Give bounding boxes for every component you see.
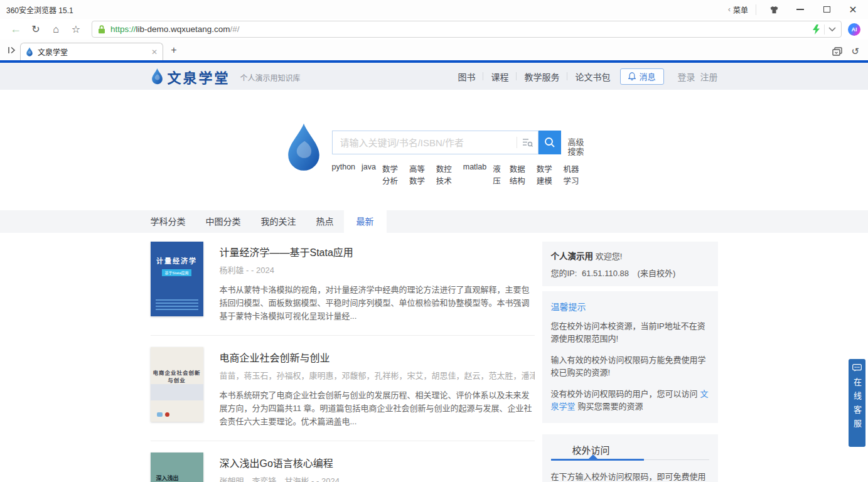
scan-search-mode-icon[interactable] bbox=[522, 138, 533, 147]
hot-keyword[interactable]: 数学分析 bbox=[382, 163, 403, 186]
browser-titlebar: 360安全浏览器 15.1 ‹ 菜单 ✕ bbox=[0, 0, 868, 19]
hot-keyword[interactable]: java bbox=[362, 163, 376, 186]
tab-subject-category[interactable]: 学科分类 bbox=[151, 210, 196, 233]
close-button[interactable]: ✕ bbox=[844, 3, 862, 16]
hot-keywords: python java 数学分析 高等数学 数控技术 matlab 液压 数据结… bbox=[332, 163, 584, 186]
search-section: 高级 搜索 python java 数学分析 高等数学 数控技术 matlab … bbox=[0, 120, 868, 186]
book-row[interactable]: 电商企业社会创新与创业 电商企业社会创新与创业 苗苗，蒋玉石，孙福权，康明惠，邓… bbox=[151, 347, 535, 441]
url-host: lib-demo.wqxuetang.com bbox=[136, 24, 230, 34]
browser-tab-active[interactable]: 文泉学堂 ✕ bbox=[20, 43, 163, 60]
search-button[interactable] bbox=[538, 131, 561, 154]
nav-item-books[interactable]: 图书 bbox=[458, 70, 475, 83]
chevron-left-icon: ‹ bbox=[728, 5, 731, 14]
messages-label: 消息 bbox=[639, 70, 655, 82]
hot-keyword[interactable]: matlab bbox=[463, 163, 487, 186]
book-row[interactable]: 深入浅出 Go语言核心编程 深入浅出Go语言核心编程 张朝明、李奕锋、甘海彬 -… bbox=[151, 453, 535, 482]
nav-item-paper-bag[interactable]: 论文书包 bbox=[575, 70, 610, 83]
url-text: https://lib-demo.wqxuetang.com/#/ bbox=[110, 24, 812, 34]
site-header: 文泉学堂 个人演示用知识库 图书 课程 教学服务 论文书包 消息 bbox=[0, 63, 868, 90]
browser-tabbar: 文泉学堂 ✕ + ↺ bbox=[0, 40, 868, 60]
campus-access-desc: 在下方输入校外访问权限码，即可免费使用学校已购买的资源。 bbox=[551, 471, 709, 482]
login-link[interactable]: 登录 bbox=[678, 70, 695, 83]
site-logo-large-drop-icon bbox=[284, 122, 323, 172]
advanced-search-link[interactable]: 高级 搜索 bbox=[567, 137, 584, 156]
tips-title: 温馨提示 bbox=[551, 300, 709, 313]
tab-favicon-drop-icon bbox=[26, 47, 33, 56]
site-slogan: 个人演示用知识库 bbox=[240, 72, 301, 83]
book-cover[interactable]: 电商企业社会创新与创业 bbox=[151, 347, 203, 422]
ip-value: 61.51.110.88 bbox=[582, 269, 629, 278]
hot-keyword[interactable]: python bbox=[332, 163, 356, 186]
register-link[interactable]: 注册 bbox=[700, 70, 718, 83]
browser-toolbar: ← ↻ ⌂ ☆ https://lib-demo.wqxuetang.com/#… bbox=[0, 19, 868, 40]
nav-item-teaching-service[interactable]: 教学服务 bbox=[524, 70, 559, 83]
main-content: 计量经济学 基于Stata应用 计量经济学——基于Stata应用 杨利雄 - -… bbox=[0, 242, 868, 482]
theme-skin-icon[interactable] bbox=[765, 3, 783, 16]
hot-keyword[interactable]: 机器学习 bbox=[564, 163, 584, 186]
site-logo[interactable]: 文泉学堂 个人演示用知识库 bbox=[151, 67, 301, 87]
site-nav: 图书 课程 教学服务 论文书包 bbox=[458, 70, 610, 83]
tab-my-follows[interactable]: 我的关注 bbox=[251, 210, 306, 233]
logo-drop-icon bbox=[151, 68, 164, 85]
tab-close-icon[interactable]: ✕ bbox=[151, 48, 158, 56]
tip-text: 输入有效的校外访问权限码方能免费使用学校已购买的资源! bbox=[551, 354, 709, 379]
webpage: 文泉学堂 个人演示用知识库 图书 课程 教学服务 论文书包 消息 bbox=[0, 63, 868, 482]
tip-text: 没有校外访问权限码的用户，您可以访问文泉学堂购买您需要的资源 bbox=[551, 388, 709, 413]
ip-label: 您的IP: bbox=[551, 269, 577, 278]
ip-origin: (来自校外) bbox=[638, 269, 676, 278]
book-title[interactable]: 电商企业社会创新与创业 bbox=[220, 350, 535, 365]
hot-keyword[interactable]: 数据结构 bbox=[510, 163, 530, 186]
book-title[interactable]: 计量经济学——基于Stata应用 bbox=[220, 244, 535, 259]
chevron-down-icon[interactable] bbox=[828, 27, 836, 32]
book-title[interactable]: 深入浅出Go语言核心编程 bbox=[220, 455, 535, 470]
undo-icon[interactable]: ↺ bbox=[851, 46, 859, 57]
search-input[interactable] bbox=[340, 137, 515, 148]
bell-icon bbox=[628, 72, 636, 80]
book-cover[interactable]: 计量经济学 基于Stata应用 bbox=[151, 242, 203, 316]
url-path: /#/ bbox=[230, 24, 240, 34]
hot-keyword[interactable]: 高等数学 bbox=[409, 163, 430, 186]
bookmark-star-button[interactable]: ☆ bbox=[67, 21, 85, 38]
home-button[interactable]: ⌂ bbox=[46, 21, 65, 38]
campus-access-box: 校外访问 在下方输入校外访问权限码，即可免费使用学校已购买的资源。 进入 bbox=[542, 434, 718, 482]
welcome-text: 欢迎您! bbox=[596, 252, 623, 261]
book-description: 本书系统研究了电商企业社会创新与创业的发展历程、相关理论、评价体系以及未来发展方… bbox=[220, 388, 535, 428]
book-row[interactable]: 计量经济学 基于Stata应用 计量经济学——基于Stata应用 杨利雄 - -… bbox=[151, 242, 535, 336]
tab-latest[interactable]: 最新 bbox=[344, 210, 387, 233]
browser-menu-button[interactable]: ‹ 菜单 bbox=[728, 4, 756, 15]
site-logo-text: 文泉学堂 bbox=[168, 67, 230, 87]
address-bar[interactable]: https://lib-demo.wqxuetang.com/#/ bbox=[92, 21, 842, 38]
tab-hot[interactable]: 热点 bbox=[306, 210, 344, 233]
chat-bubble-icon bbox=[852, 364, 862, 372]
ai-assistant-button[interactable]: AI bbox=[848, 23, 860, 36]
menu-label: 菜单 bbox=[733, 4, 748, 15]
category-tabbar: 学科分类 中图分类 我的关注 热点 最新 bbox=[0, 210, 868, 233]
magnifier-icon bbox=[544, 137, 555, 148]
book-description: 本书从蒙特卡洛模拟的视角，对计量经济学中经典的理论方法进行了直观解释，主要包括回… bbox=[220, 283, 535, 323]
browser-window: 360安全浏览器 15.1 ‹ 菜单 ✕ ← ↻ ⌂ ☆ https://lib… bbox=[0, 0, 868, 482]
online-service-button[interactable]: 在线客服 bbox=[849, 359, 865, 447]
ssl-lock-icon bbox=[97, 24, 106, 34]
speed-mode-icon[interactable] bbox=[812, 24, 820, 35]
maximize-button[interactable] bbox=[818, 3, 835, 16]
tab-sidebar-expand-icon[interactable] bbox=[4, 42, 20, 58]
hot-keyword[interactable]: 数学建模 bbox=[537, 163, 557, 186]
tip-text: 您在校外访问本校资源，当前IP地址不在资源使用权限范围内! bbox=[551, 320, 709, 345]
tips-box: 温馨提示 您在校外访问本校资源，当前IP地址不在资源使用权限范围内! 输入有效的… bbox=[542, 291, 718, 423]
hot-keyword[interactable]: 液压 bbox=[493, 163, 503, 186]
back-button[interactable]: ← bbox=[6, 21, 25, 38]
refresh-button[interactable]: ↻ bbox=[26, 21, 45, 38]
nav-item-courses[interactable]: 课程 bbox=[491, 70, 508, 83]
book-cover[interactable]: 深入浅出 Go语言核心编程 bbox=[151, 453, 203, 482]
tab-clc-category[interactable]: 中图分类 bbox=[196, 210, 251, 233]
hot-keyword[interactable]: 数控技术 bbox=[436, 163, 457, 186]
minimize-button[interactable] bbox=[791, 3, 809, 16]
search-box bbox=[332, 131, 539, 154]
book-author-year: 苗苗，蒋玉石，孙福权，康明惠，邓馥郁，孔祥彬，宋艾，胡思佳，赵云，范太胜，潘津，… bbox=[220, 369, 535, 381]
tab-title: 文泉学堂 bbox=[38, 46, 147, 57]
new-tab-button[interactable]: + bbox=[166, 42, 182, 58]
messages-button[interactable]: 消息 bbox=[620, 68, 663, 85]
recently-closed-tabs-icon[interactable] bbox=[832, 47, 842, 56]
account-name: 个人演示用 bbox=[551, 252, 594, 261]
book-list: 计量经济学 基于Stata应用 计量经济学——基于Stata应用 杨利雄 - -… bbox=[151, 242, 535, 482]
